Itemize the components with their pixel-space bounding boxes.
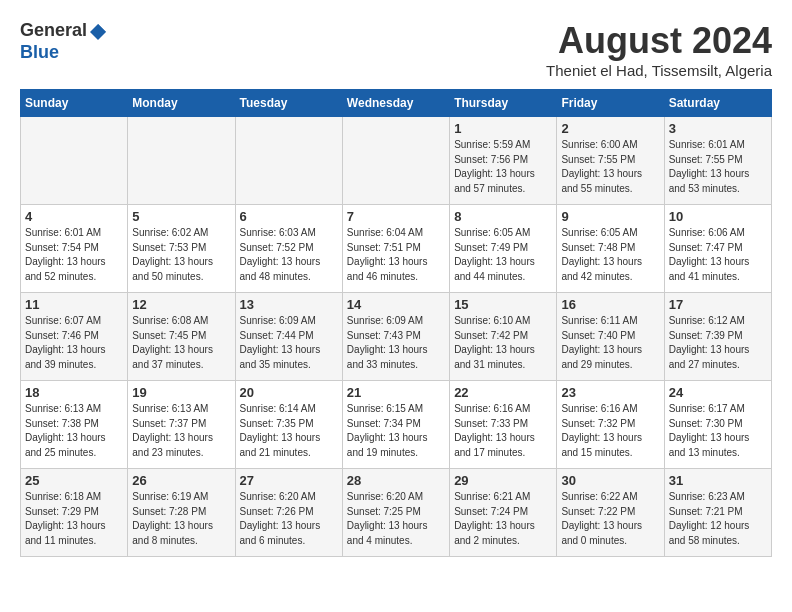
day-info: Sunrise: 6:05 AM Sunset: 7:48 PM Dayligh…	[561, 226, 659, 284]
day-number: 16	[561, 297, 659, 312]
day-info: Sunrise: 6:12 AM Sunset: 7:39 PM Dayligh…	[669, 314, 767, 372]
header-day-saturday: Saturday	[664, 90, 771, 117]
location-subtitle: Theniet el Had, Tissemsilt, Algeria	[546, 62, 772, 79]
day-info: Sunrise: 6:17 AM Sunset: 7:30 PM Dayligh…	[669, 402, 767, 460]
calendar-cell: 29Sunrise: 6:21 AM Sunset: 7:24 PM Dayli…	[450, 469, 557, 557]
week-row-5: 25Sunrise: 6:18 AM Sunset: 7:29 PM Dayli…	[21, 469, 772, 557]
day-number: 31	[669, 473, 767, 488]
day-info: Sunrise: 6:16 AM Sunset: 7:32 PM Dayligh…	[561, 402, 659, 460]
day-info: Sunrise: 6:09 AM Sunset: 7:44 PM Dayligh…	[240, 314, 338, 372]
day-number: 8	[454, 209, 552, 224]
calendar-cell: 27Sunrise: 6:20 AM Sunset: 7:26 PM Dayli…	[235, 469, 342, 557]
day-info: Sunrise: 6:14 AM Sunset: 7:35 PM Dayligh…	[240, 402, 338, 460]
calendar-cell: 30Sunrise: 6:22 AM Sunset: 7:22 PM Dayli…	[557, 469, 664, 557]
day-number: 25	[25, 473, 123, 488]
calendar-cell: 5Sunrise: 6:02 AM Sunset: 7:53 PM Daylig…	[128, 205, 235, 293]
day-info: Sunrise: 6:06 AM Sunset: 7:47 PM Dayligh…	[669, 226, 767, 284]
page-header: General Blue August 2024 Theniet el Had,…	[20, 20, 772, 79]
day-number: 3	[669, 121, 767, 136]
logo: General Blue	[20, 20, 109, 63]
day-info: Sunrise: 6:09 AM Sunset: 7:43 PM Dayligh…	[347, 314, 445, 372]
day-info: Sunrise: 6:03 AM Sunset: 7:52 PM Dayligh…	[240, 226, 338, 284]
logo-icon	[88, 22, 108, 42]
day-number: 20	[240, 385, 338, 400]
day-number: 17	[669, 297, 767, 312]
calendar-cell: 28Sunrise: 6:20 AM Sunset: 7:25 PM Dayli…	[342, 469, 449, 557]
logo-blue-text: Blue	[20, 42, 59, 62]
day-number: 26	[132, 473, 230, 488]
day-info: Sunrise: 6:13 AM Sunset: 7:37 PM Dayligh…	[132, 402, 230, 460]
calendar-cell: 3Sunrise: 6:01 AM Sunset: 7:55 PM Daylig…	[664, 117, 771, 205]
header-day-thursday: Thursday	[450, 90, 557, 117]
calendar-cell	[128, 117, 235, 205]
header-day-monday: Monday	[128, 90, 235, 117]
day-number: 4	[25, 209, 123, 224]
header-day-friday: Friday	[557, 90, 664, 117]
week-row-2: 4Sunrise: 6:01 AM Sunset: 7:54 PM Daylig…	[21, 205, 772, 293]
day-info: Sunrise: 6:10 AM Sunset: 7:42 PM Dayligh…	[454, 314, 552, 372]
day-number: 21	[347, 385, 445, 400]
day-info: Sunrise: 6:19 AM Sunset: 7:28 PM Dayligh…	[132, 490, 230, 548]
calendar-cell: 18Sunrise: 6:13 AM Sunset: 7:38 PM Dayli…	[21, 381, 128, 469]
day-info: Sunrise: 6:22 AM Sunset: 7:22 PM Dayligh…	[561, 490, 659, 548]
logo-text: General	[20, 20, 87, 40]
day-number: 1	[454, 121, 552, 136]
calendar-cell: 17Sunrise: 6:12 AM Sunset: 7:39 PM Dayli…	[664, 293, 771, 381]
day-info: Sunrise: 6:00 AM Sunset: 7:55 PM Dayligh…	[561, 138, 659, 196]
day-info: Sunrise: 6:07 AM Sunset: 7:46 PM Dayligh…	[25, 314, 123, 372]
day-number: 19	[132, 385, 230, 400]
day-number: 14	[347, 297, 445, 312]
day-number: 22	[454, 385, 552, 400]
calendar-cell: 24Sunrise: 6:17 AM Sunset: 7:30 PM Dayli…	[664, 381, 771, 469]
week-row-4: 18Sunrise: 6:13 AM Sunset: 7:38 PM Dayli…	[21, 381, 772, 469]
svg-marker-1	[98, 24, 106, 32]
calendar-cell: 2Sunrise: 6:00 AM Sunset: 7:55 PM Daylig…	[557, 117, 664, 205]
calendar-cell: 11Sunrise: 6:07 AM Sunset: 7:46 PM Dayli…	[21, 293, 128, 381]
day-number: 10	[669, 209, 767, 224]
day-info: Sunrise: 6:23 AM Sunset: 7:21 PM Dayligh…	[669, 490, 767, 548]
day-info: Sunrise: 5:59 AM Sunset: 7:56 PM Dayligh…	[454, 138, 552, 196]
day-info: Sunrise: 6:18 AM Sunset: 7:29 PM Dayligh…	[25, 490, 123, 548]
day-number: 12	[132, 297, 230, 312]
calendar-cell: 15Sunrise: 6:10 AM Sunset: 7:42 PM Dayli…	[450, 293, 557, 381]
day-info: Sunrise: 6:02 AM Sunset: 7:53 PM Dayligh…	[132, 226, 230, 284]
header-row: SundayMondayTuesdayWednesdayThursdayFrid…	[21, 90, 772, 117]
day-number: 29	[454, 473, 552, 488]
week-row-3: 11Sunrise: 6:07 AM Sunset: 7:46 PM Dayli…	[21, 293, 772, 381]
logo-general-text: General Blue	[20, 20, 109, 63]
day-info: Sunrise: 6:16 AM Sunset: 7:33 PM Dayligh…	[454, 402, 552, 460]
day-number: 30	[561, 473, 659, 488]
day-info: Sunrise: 6:21 AM Sunset: 7:24 PM Dayligh…	[454, 490, 552, 548]
calendar-cell: 14Sunrise: 6:09 AM Sunset: 7:43 PM Dayli…	[342, 293, 449, 381]
calendar-cell: 9Sunrise: 6:05 AM Sunset: 7:48 PM Daylig…	[557, 205, 664, 293]
day-number: 23	[561, 385, 659, 400]
calendar-cell: 20Sunrise: 6:14 AM Sunset: 7:35 PM Dayli…	[235, 381, 342, 469]
month-title: August 2024	[546, 20, 772, 62]
day-number: 13	[240, 297, 338, 312]
day-info: Sunrise: 6:08 AM Sunset: 7:45 PM Dayligh…	[132, 314, 230, 372]
day-info: Sunrise: 6:20 AM Sunset: 7:25 PM Dayligh…	[347, 490, 445, 548]
week-row-1: 1Sunrise: 5:59 AM Sunset: 7:56 PM Daylig…	[21, 117, 772, 205]
calendar-cell: 4Sunrise: 6:01 AM Sunset: 7:54 PM Daylig…	[21, 205, 128, 293]
day-info: Sunrise: 6:01 AM Sunset: 7:54 PM Dayligh…	[25, 226, 123, 284]
calendar-cell: 10Sunrise: 6:06 AM Sunset: 7:47 PM Dayli…	[664, 205, 771, 293]
day-number: 24	[669, 385, 767, 400]
calendar-cell: 1Sunrise: 5:59 AM Sunset: 7:56 PM Daylig…	[450, 117, 557, 205]
calendar-cell: 31Sunrise: 6:23 AM Sunset: 7:21 PM Dayli…	[664, 469, 771, 557]
day-info: Sunrise: 6:13 AM Sunset: 7:38 PM Dayligh…	[25, 402, 123, 460]
day-number: 6	[240, 209, 338, 224]
day-info: Sunrise: 6:15 AM Sunset: 7:34 PM Dayligh…	[347, 402, 445, 460]
calendar-cell	[342, 117, 449, 205]
calendar-cell: 23Sunrise: 6:16 AM Sunset: 7:32 PM Dayli…	[557, 381, 664, 469]
calendar-cell: 13Sunrise: 6:09 AM Sunset: 7:44 PM Dayli…	[235, 293, 342, 381]
day-number: 27	[240, 473, 338, 488]
calendar-cell: 19Sunrise: 6:13 AM Sunset: 7:37 PM Dayli…	[128, 381, 235, 469]
day-info: Sunrise: 6:04 AM Sunset: 7:51 PM Dayligh…	[347, 226, 445, 284]
calendar-cell: 7Sunrise: 6:04 AM Sunset: 7:51 PM Daylig…	[342, 205, 449, 293]
calendar-cell	[21, 117, 128, 205]
header-day-sunday: Sunday	[21, 90, 128, 117]
day-number: 7	[347, 209, 445, 224]
day-info: Sunrise: 6:11 AM Sunset: 7:40 PM Dayligh…	[561, 314, 659, 372]
calendar-cell: 12Sunrise: 6:08 AM Sunset: 7:45 PM Dayli…	[128, 293, 235, 381]
day-number: 15	[454, 297, 552, 312]
